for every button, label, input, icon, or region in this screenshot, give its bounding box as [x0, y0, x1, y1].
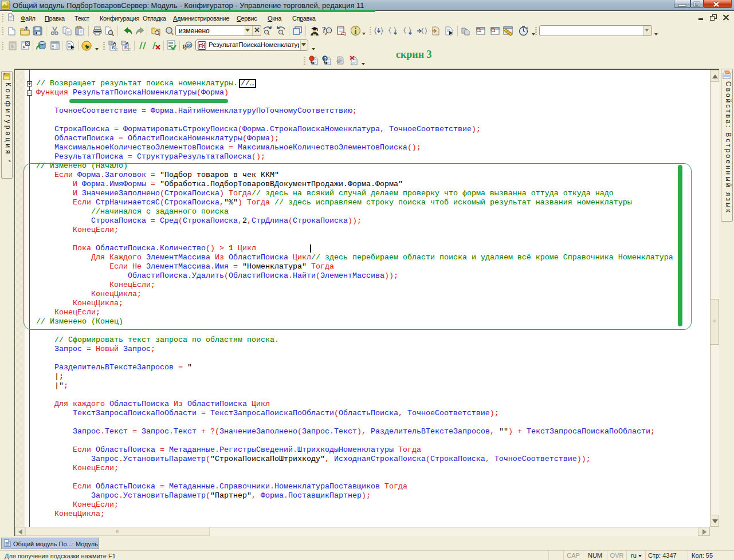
- svg-text:С: С: [128, 48, 131, 52]
- svg-text:10: 10: [187, 43, 192, 48]
- svg-text:?: ?: [322, 26, 326, 34]
- svg-text:?: ?: [324, 56, 327, 62]
- svg-text:F: F: [199, 42, 202, 49]
- svg-text:С: С: [115, 48, 118, 52]
